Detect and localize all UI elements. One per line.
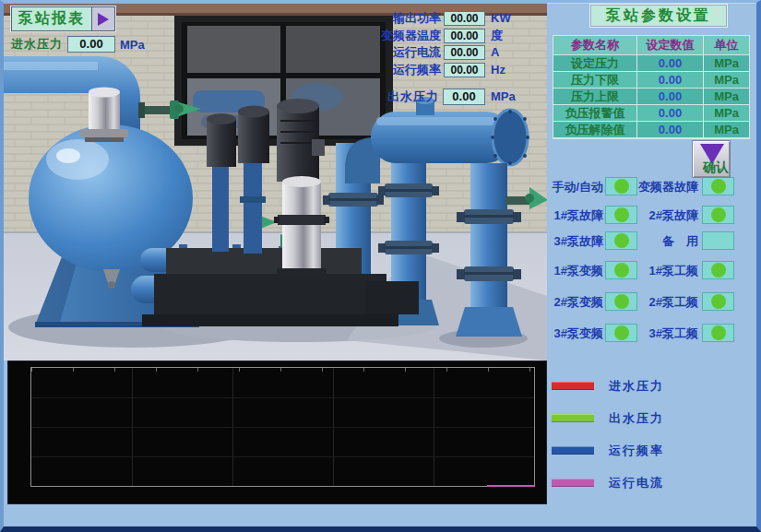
status-row-mode-inverter: 手动/自动 变频器故障	[551, 177, 755, 196]
status-label-manual-auto: 手动/自动	[551, 177, 603, 196]
metric-value: 00.00	[444, 29, 485, 43]
outlet-pressure-value: 0.00	[443, 89, 485, 105]
inlet-pressure-label: 进水压力	[11, 36, 63, 53]
metric-unit: A	[491, 45, 499, 60]
outlet-pressure-unit: MPa	[491, 89, 516, 105]
status-lamp-pump1-fault	[605, 206, 637, 224]
metric-label: 输出功率	[369, 11, 441, 26]
confirm-button-label: 确认	[703, 160, 729, 176]
settings-table: 参数名称 设定数值 单位 设定压力 0.00 MPa 压力下限 0.00 MPa…	[553, 35, 750, 139]
inlet-pressure-unit: MPa	[120, 38, 145, 52]
table-row-set-pressure: 设定压力 0.00 MPa	[553, 55, 749, 72]
metric-row-run-frequency: 运行频率 00.00 Hz	[369, 63, 544, 77]
param-name: 负压解除值	[553, 122, 637, 138]
param-name: 压力上限	[553, 89, 637, 105]
param-value-input[interactable]: 0.00	[637, 105, 704, 122]
metric-unit: KW	[491, 11, 511, 26]
legend-item-run-frequency: 运行频率	[552, 443, 755, 458]
param-unit: MPa	[704, 105, 749, 122]
pump-station-hmi-screen: 泵站报表 进水压力 0.00 MPa 输出功率 00.00 KW 变频器温度 0…	[0, 0, 761, 532]
status-row-pump3-mode: 3#泵变频 3#泵工频	[551, 324, 755, 343]
report-button-label: 泵站报表	[12, 7, 91, 30]
inlet-pressure-group: 进水压力 0.00 MPa	[11, 36, 145, 53]
table-row-neg-pressure-alarm: 负压报警值 0.00 MPa	[553, 105, 749, 122]
status-lamp-spare	[702, 231, 734, 250]
metric-row-inverter-temp: 变频器温度 00.00 度	[369, 29, 544, 43]
status-lamp-inverter-fault	[702, 177, 734, 195]
play-triangle-icon	[98, 13, 109, 26]
legend-swatch-inlet	[552, 382, 594, 390]
gridline	[31, 427, 534, 428]
confirm-button[interactable]: 确认	[692, 140, 731, 178]
legend-swatch-frequency	[552, 446, 594, 455]
status-label-pump2-vfd: 2#泵变频	[551, 292, 603, 312]
param-value-input[interactable]: 0.00	[637, 89, 704, 105]
trend-legend: 进水压力 出水压力 运行频率 运行电流	[552, 361, 755, 508]
legend-item-inlet-pressure: 进水压力	[552, 379, 755, 394]
run-current-trace	[487, 485, 535, 487]
status-lamp-pump2-vfd	[605, 292, 637, 311]
report-button[interactable]: 泵站报表	[11, 6, 115, 31]
param-value-input[interactable]: 0.00	[637, 55, 704, 72]
status-label-pump1-fault: 1#泵故障	[551, 206, 603, 225]
report-play-icon	[91, 7, 114, 30]
metric-value: 00.00	[444, 45, 485, 60]
status-row-pump1-pump2-fault: 1#泵故障 2#泵故障	[551, 206, 755, 225]
metric-row-run-current: 运行电流 00.00 A	[369, 45, 544, 60]
legend-label: 运行电流	[609, 476, 664, 491]
status-label-pump1-mains: 1#泵工频	[636, 261, 698, 280]
table-row-pressure-low-limit: 压力下限 0.00 MPa	[553, 72, 749, 89]
status-row-pump3-fault-spare: 3#泵故障 备 用	[551, 231, 755, 251]
status-row-pump2-mode: 2#泵变频 2#泵工频	[551, 292, 755, 312]
metric-label: 变频器温度	[369, 29, 441, 43]
param-unit: MPa	[704, 89, 749, 105]
header-unit: 单位	[704, 36, 749, 55]
status-lamp-pump1-mains	[702, 261, 734, 279]
legend-label: 进水压力	[609, 379, 664, 394]
legend-item-run-current: 运行电流	[552, 476, 755, 491]
status-row-pump1-mode: 1#泵变频 1#泵工频	[551, 261, 755, 280]
status-label-pump1-vfd: 1#泵变频	[551, 261, 603, 280]
status-lamp-manual-auto	[605, 177, 637, 195]
metric-row-output-power: 输出功率 00.00 KW	[369, 11, 544, 26]
status-label-pump2-mains: 2#泵工频	[636, 292, 698, 312]
settings-table-header: 参数名称 设定数值 单位	[553, 36, 749, 55]
metric-unit: Hz	[491, 63, 505, 77]
table-row-pressure-high-limit: 压力上限 0.00 MPa	[553, 89, 749, 105]
legend-item-outlet-pressure: 出水压力	[552, 411, 755, 426]
param-value-input[interactable]: 0.00	[637, 72, 704, 89]
trend-plot-area	[30, 367, 535, 487]
metric-value: 00.00	[444, 11, 485, 26]
status-lamp-pump3-vfd	[605, 324, 637, 342]
outlet-pressure-group: 出水压力 0.00 MPa	[369, 89, 544, 105]
legend-swatch-current	[552, 479, 594, 487]
param-unit: MPa	[704, 72, 749, 89]
settings-panel-title: 泵站参数设置	[590, 5, 727, 27]
param-name: 设定压力	[553, 55, 637, 72]
gridline	[31, 397, 534, 398]
param-name: 负压报警值	[553, 105, 637, 122]
param-unit: MPa	[704, 55, 749, 72]
status-lamp-pump1-vfd	[605, 261, 637, 279]
status-label-inverter-fault: 变频器故障	[636, 177, 698, 196]
status-label-pump2-fault: 2#泵故障	[636, 206, 698, 225]
gridline	[31, 456, 534, 457]
metric-value: 00.00	[444, 63, 485, 77]
status-lamp-pump2-fault	[702, 206, 734, 224]
legend-label: 运行频率	[609, 443, 664, 458]
legend-label: 出水压力	[609, 411, 664, 426]
metric-unit: 度	[491, 29, 503, 43]
status-lamp-pump2-mains	[702, 292, 734, 311]
metric-label: 运行频率	[369, 63, 441, 77]
status-label-pump3-mains: 3#泵工频	[636, 324, 698, 343]
table-row-neg-pressure-release: 负压解除值 0.00 MPa	[553, 122, 749, 138]
inlet-pressure-value: 0.00	[67, 36, 115, 53]
param-value-input[interactable]: 0.00	[637, 122, 704, 138]
status-label-pump3-fault: 3#泵故障	[551, 231, 603, 251]
metric-label: 运行电流	[369, 45, 441, 60]
outlet-pressure-label: 出水压力	[369, 89, 439, 105]
header-param-name: 参数名称	[553, 36, 637, 55]
param-unit: MPa	[704, 122, 749, 138]
param-name: 压力下限	[553, 72, 637, 89]
status-label-pump3-vfd: 3#泵变频	[551, 324, 603, 343]
